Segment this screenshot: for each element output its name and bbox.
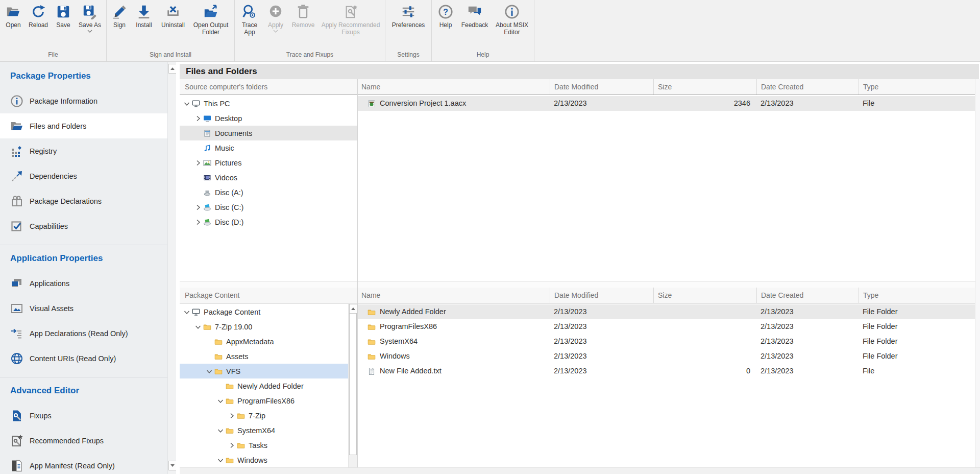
tree-item-programfilesx86[interactable]: ProgramFilesX86 <box>180 393 349 408</box>
column-header-type[interactable]: Type <box>859 288 975 303</box>
sidebar-item-app-declarations-read-only[interactable]: App Declarations (Read Only) <box>0 321 167 346</box>
tree-item-videos[interactable]: Videos <box>180 170 357 185</box>
chevron-right-icon[interactable] <box>228 441 236 449</box>
sidebar-item-app-manifest-read-only[interactable]: App Manifest (Read Only) <box>0 453 167 474</box>
column-header-type[interactable]: Type <box>859 79 975 94</box>
chevron-down-icon[interactable] <box>216 456 225 464</box>
table-row-new-file-added-txt[interactable]: New File Added.txt2/13/202302/13/2023Fil… <box>357 364 975 378</box>
column-header-size[interactable]: Size <box>653 288 756 303</box>
sidebar-item-visual-assets[interactable]: Visual Assets <box>0 296 167 321</box>
horizontal-splitter[interactable] <box>180 281 980 288</box>
tree-item-appxmetadata[interactable]: AppxMetadata <box>180 334 349 349</box>
tree-item-systemx64[interactable]: SystemX64 <box>180 423 349 438</box>
feedback-button[interactable]: Feedback <box>458 0 492 29</box>
chevron-down-icon[interactable] <box>205 367 213 375</box>
sidebar-item-fixups[interactable]: Fixups <box>0 403 167 428</box>
tree-item-windows[interactable]: Windows <box>180 453 349 467</box>
tree-item-7-zip[interactable]: 7-Zip <box>180 408 349 423</box>
tree-item-documents[interactable]: Documents <box>180 126 357 140</box>
table-row-windows[interactable]: Windows2/13/20232/13/2023File Folder <box>357 349 975 364</box>
tree-item-package-content[interactable]: Package Content <box>180 304 349 319</box>
apply-button[interactable]: Apply <box>263 0 288 33</box>
column-header-date-created[interactable]: Date Created <box>756 79 859 94</box>
open-button[interactable]: Open <box>2 0 25 29</box>
column-header-date-modified[interactable]: Date Modified <box>550 288 653 303</box>
open-output-folder-button[interactable]: Open Output Folder <box>189 0 233 36</box>
sidebar-item-dependencies[interactable]: Dependencies <box>0 163 167 188</box>
tree-item-tasks[interactable]: Tasks <box>180 438 349 453</box>
tree-item-disc-a[interactable]: Disc (A:) <box>180 185 357 200</box>
package-content-pane: Package Content Package Content7-Zip 19.… <box>180 288 357 467</box>
save-as-button[interactable]: Save As <box>75 0 105 33</box>
sidebar-item-capabilities[interactable]: Capabilities <box>0 214 167 239</box>
type-cell: File <box>859 96 975 111</box>
column-header-date-created[interactable]: Date Created <box>756 288 859 303</box>
chevron-right-icon[interactable] <box>228 412 236 420</box>
remove-button[interactable]: Remove <box>288 0 318 29</box>
column-header-name[interactable]: Name <box>357 79 550 94</box>
scrollbar-thumb[interactable] <box>349 313 357 455</box>
scroll-up-arrow-icon <box>351 307 355 310</box>
sidebar-item-package-declarations[interactable]: Package Declarations <box>0 188 167 214</box>
desktop-icon <box>203 114 211 123</box>
scroll-down-button[interactable] <box>168 461 177 470</box>
sidebar-item-applications[interactable]: Applications <box>0 271 167 296</box>
folder-icon <box>368 352 376 361</box>
table-row-conversion-project-1-aacx[interactable]: Conversion Project 1.aacx2/13/202323462/… <box>357 96 975 111</box>
table-row-newly-added-folder[interactable]: Newly Added Folder2/13/20232/13/2023File… <box>357 304 975 319</box>
sidebar-scrollbar[interactable] <box>167 62 177 474</box>
table-row-programfilesx86[interactable]: ProgramFilesX862/13/20232/13/2023File Fo… <box>357 319 975 334</box>
help-button[interactable]: ?Help <box>433 0 458 29</box>
trace-app-button[interactable]: Trace App <box>236 0 263 36</box>
sidebar-item-registry[interactable]: Registry <box>0 138 167 163</box>
tree-item-vfs[interactable]: VFS <box>180 364 349 378</box>
chevron-right-icon[interactable] <box>194 218 202 226</box>
tree-item-7-zip-19-00[interactable]: 7-Zip 19.00 <box>180 319 349 334</box>
preferences-button[interactable]: Preferences <box>387 0 430 29</box>
scroll-up-button[interactable] <box>168 64 177 74</box>
tree-item-music[interactable]: Music <box>180 140 357 155</box>
chevron-down-icon[interactable] <box>216 426 225 435</box>
table-row-systemx64[interactable]: SystemX642/13/20232/13/2023File Folder <box>357 334 975 349</box>
apply-recommended-fixups-button[interactable]: Apply Recommended Fixups <box>318 0 383 36</box>
save-button[interactable]: Save <box>52 0 75 29</box>
expander-spacer <box>194 129 202 137</box>
sidebar-item-package-information[interactable]: Package Information <box>0 88 167 113</box>
horizontal-scrollbar-track[interactable] <box>180 467 980 474</box>
package-tree-scrollbar[interactable] <box>348 304 357 467</box>
reload-button[interactable]: Reload <box>25 0 52 29</box>
chevron-down-icon[interactable] <box>216 397 225 405</box>
tree-item-assets[interactable]: Assets <box>180 349 349 364</box>
column-header-name[interactable]: Name <box>357 288 550 303</box>
install-button[interactable]: Install <box>131 0 157 29</box>
tree-item-desktop[interactable]: Desktop <box>180 111 357 126</box>
chevron-right-icon[interactable] <box>194 203 202 211</box>
uninstall-button[interactable]: Uninstall <box>157 0 189 29</box>
about-msix-editor-button[interactable]: About MSIX Editor <box>492 0 532 36</box>
expander-spacer <box>216 382 225 390</box>
tree-item-disc-d[interactable]: Disc (D:) <box>180 215 357 229</box>
vertical-scrollbar-track[interactable] <box>975 79 980 467</box>
ribbon-toolbar: OpenReloadSaveSave AsFileSignInstallUnin… <box>0 0 980 62</box>
chevron-right-icon[interactable] <box>194 159 202 167</box>
chevron-down-icon[interactable] <box>183 308 191 316</box>
tree-item-disc-c[interactable]: Disc (C:) <box>180 200 357 215</box>
ribbon-group-sign-and-install: SignInstallUninstallOpen Output FolderSi… <box>107 0 235 61</box>
vertical-pane-divider[interactable] <box>357 79 358 467</box>
package-information-icon <box>10 94 23 108</box>
tree-item-label: ProgramFilesX86 <box>237 397 295 405</box>
sidebar-item-recommended-fixups[interactable]: Recommended Fixups <box>0 428 167 453</box>
sign-button[interactable]: Sign <box>108 0 131 29</box>
about-msix-editor-button-label: About MSIX Editor <box>492 21 532 36</box>
tree-item-newly-added-folder[interactable]: Newly Added Folder <box>180 378 349 393</box>
chevron-right-icon[interactable] <box>194 114 202 123</box>
chevron-down-icon[interactable] <box>194 323 202 331</box>
tree-item-pictures[interactable]: Pictures <box>180 155 357 170</box>
sidebar-item-content-uris-read-only[interactable]: Content URIs (Read Only) <box>0 346 167 371</box>
chevron-down-icon[interactable] <box>183 100 191 108</box>
sidebar-item-files-and-folders[interactable]: Files and Folders <box>0 113 167 138</box>
tree-item-this-pc[interactable]: This PC <box>180 96 357 111</box>
column-header-date-modified[interactable]: Date Modified <box>550 79 653 94</box>
scroll-up-button[interactable] <box>349 304 357 314</box>
column-header-size[interactable]: Size <box>653 79 756 94</box>
